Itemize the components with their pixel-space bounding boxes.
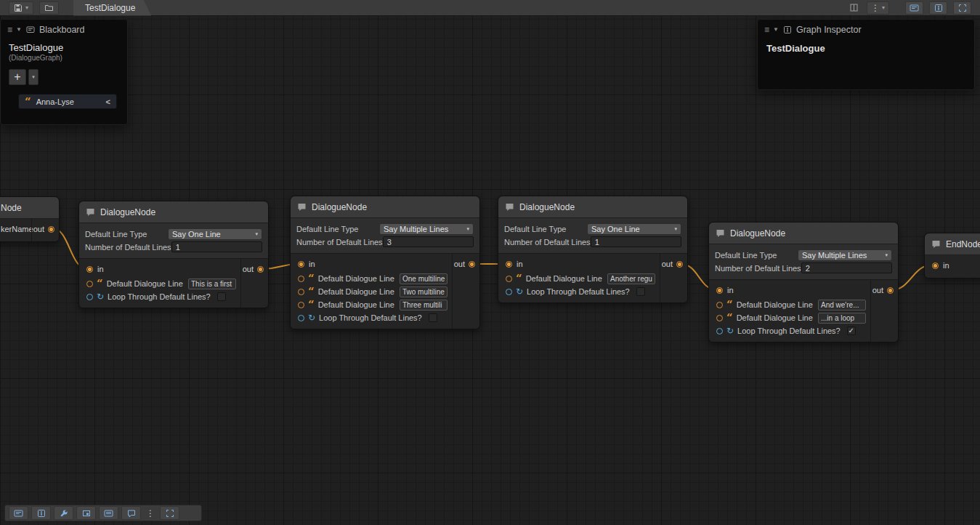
- num-lines-input[interactable]: 1: [591, 236, 681, 247]
- input-port[interactable]: [932, 262, 939, 269]
- output-port[interactable]: [469, 261, 475, 268]
- graph-inspector-toggle-button[interactable]: [31, 506, 51, 520]
- layout-button[interactable]: [848, 2, 861, 14]
- loop-checkbox[interactable]: [429, 313, 437, 322]
- layout-icon: [850, 4, 858, 12]
- node-properties: Default Line Type Say One Line ▾ Number …: [498, 218, 687, 254]
- input-port[interactable]: [506, 261, 512, 268]
- dialogue-line-input[interactable]: Two multiline: [400, 286, 448, 297]
- blackboard-toggle-button[interactable]: [9, 506, 28, 520]
- num-lines-input[interactable]: 1: [171, 241, 262, 252]
- line-type-dropdown[interactable]: Say Multiple Lines ▾: [798, 249, 892, 261]
- dialogue-node-icon: [297, 202, 307, 212]
- field-port[interactable]: [716, 302, 723, 308]
- output-port[interactable]: [676, 261, 683, 268]
- line-type-dropdown[interactable]: Say One Line ▾: [587, 223, 681, 235]
- inspector-graph-name: TestDialogue: [758, 39, 974, 58]
- dialogue-preview-button[interactable]: [121, 506, 141, 520]
- save-button[interactable]: ▾: [9, 1, 33, 15]
- output-port[interactable]: [48, 226, 54, 233]
- fullscreen-toggle-button[interactable]: [953, 1, 971, 15]
- foldout-icon[interactable]: ▼: [16, 27, 22, 33]
- start-node[interactable]: Node kerName out: [0, 196, 60, 242]
- drag-handle-icon[interactable]: ≡: [764, 25, 769, 34]
- loop-icon: ↻: [516, 287, 523, 296]
- dialogue-line-input[interactable]: Another regu: [607, 273, 655, 284]
- loop-port[interactable]: [298, 315, 304, 321]
- graph-inspector-header[interactable]: ≡ ▼ Graph Inspector: [758, 20, 974, 39]
- field-port[interactable]: [298, 289, 304, 295]
- inspector-icon: [783, 25, 792, 34]
- num-lines-input[interactable]: 3: [383, 236, 474, 247]
- tools-button[interactable]: [54, 506, 73, 520]
- property-name: Anna-Lyse: [36, 97, 74, 106]
- graph-inspector-panel[interactable]: ≡ ▼ Graph Inspector TestDialogue: [757, 19, 975, 90]
- input-port[interactable]: [716, 287, 723, 294]
- blackboard-header[interactable]: ≡ ▼ Blackboard: [1, 20, 127, 39]
- field-port[interactable]: [716, 315, 723, 321]
- blackboard-icon: [910, 4, 919, 12]
- input-port[interactable]: [298, 261, 304, 268]
- line-type-label: Default Line Type: [715, 251, 777, 260]
- output-port[interactable]: [257, 266, 264, 273]
- more-options-button[interactable]: ⋮ ▾: [867, 1, 889, 15]
- line-type-label: Default Line Type: [504, 225, 566, 233]
- node-title-bar[interactable]: DialogueNode: [79, 201, 268, 223]
- open-asset-button[interactable]: [39, 1, 59, 15]
- dialogue-node-4[interactable]: DialogueNode Default Line Type Say Multi…: [708, 222, 899, 342]
- loop-port[interactable]: [506, 289, 512, 295]
- dialogue-node-1[interactable]: DialogueNode Default Line Type Say One L…: [78, 201, 269, 308]
- node-title-bar[interactable]: DialogueNode: [709, 223, 898, 244]
- more-options-button[interactable]: ⋮: [144, 506, 157, 520]
- end-node-icon: [931, 239, 941, 249]
- loop-checkbox[interactable]: [636, 287, 645, 296]
- blackboard-property-row[interactable]: “ Anna-Lyse <: [18, 94, 117, 109]
- minimap-icon: [82, 509, 91, 518]
- quote-icon: “: [308, 303, 315, 309]
- line-type-dropdown[interactable]: Say One Line ▾: [168, 228, 262, 240]
- graph-inspector-toggle-button[interactable]: [929, 1, 947, 15]
- blackboard-toggle-button[interactable]: [905, 1, 923, 15]
- node-title-bar[interactable]: DialogueNode: [291, 196, 479, 218]
- dialogue-node-3[interactable]: DialogueNode Default Line Type Say One L…: [498, 196, 688, 303]
- field-port[interactable]: [298, 302, 304, 308]
- add-property-button[interactable]: +: [9, 69, 26, 85]
- blackboard-panel[interactable]: ≡ ▼ Blackboard TestDialogue (DialogueGra…: [0, 19, 128, 125]
- input-port[interactable]: [86, 266, 93, 273]
- foldout-icon[interactable]: ▼: [773, 27, 779, 33]
- loop-checkbox-checked[interactable]: ✓: [847, 326, 856, 335]
- loop-checkbox[interactable]: [217, 292, 226, 301]
- output-port[interactable]: [887, 287, 894, 294]
- folder-icon: [44, 4, 54, 12]
- node-title-bar[interactable]: DialogueNode: [498, 196, 687, 218]
- quote-icon: “: [726, 316, 733, 322]
- fullscreen-icon: [958, 4, 967, 12]
- node-title-bar[interactable]: Node: [0, 197, 59, 219]
- field-port[interactable]: [86, 281, 93, 287]
- field-port[interactable]: [298, 276, 304, 282]
- dialogue-line-input[interactable]: One multiline: [400, 273, 448, 284]
- dialogue-line-input[interactable]: This is a first: [188, 278, 236, 289]
- dialogue-line-input[interactable]: ...in a loop: [818, 313, 866, 324]
- loop-port[interactable]: [86, 294, 93, 300]
- graph-tab[interactable]: TestDialogue: [73, 0, 151, 16]
- quote-icon: “: [97, 282, 103, 288]
- add-property-dropdown[interactable]: ▾: [28, 69, 39, 85]
- dialogue-line-input[interactable]: Three multili: [400, 300, 448, 310]
- drag-handle-icon[interactable]: ≡: [7, 25, 12, 34]
- end-node[interactable]: EndNode in: [924, 233, 980, 278]
- dialogue-line-input[interactable]: And we're...: [818, 300, 866, 310]
- field-port[interactable]: [506, 276, 512, 282]
- collapse-chevron-icon[interactable]: <: [106, 97, 110, 106]
- dialogue-node-2[interactable]: DialogueNode Default Line Type Say Multi…: [290, 196, 480, 329]
- node-properties: Default Line Type Say One Line ▾ Number …: [79, 223, 268, 259]
- dialogue-node-icon: [505, 202, 514, 212]
- minimap-toggle-button[interactable]: [76, 506, 96, 520]
- num-lines-input[interactable]: 2: [801, 262, 892, 273]
- fullscreen-button[interactable]: [160, 506, 179, 520]
- loop-port[interactable]: [716, 328, 723, 334]
- node-title-bar[interactable]: EndNode: [925, 233, 980, 255]
- blackboard-panel-button[interactable]: [99, 506, 118, 520]
- chevron-down-icon: ▾: [255, 231, 258, 237]
- line-type-dropdown[interactable]: Say Multiple Lines ▾: [379, 223, 474, 235]
